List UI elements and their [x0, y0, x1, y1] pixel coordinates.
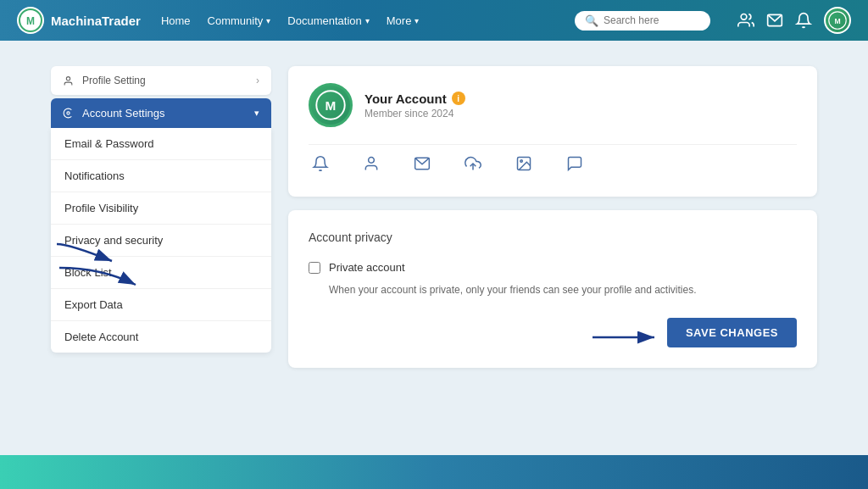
search-input[interactable]: [604, 14, 700, 26]
nav-community[interactable]: Community ▾: [208, 14, 271, 27]
content-area: M Your Account i Member since 2024: [288, 66, 817, 430]
nav-more[interactable]: More ▾: [387, 14, 420, 27]
nav-documentation[interactable]: Documentation ▾: [287, 14, 369, 27]
user-avatar-nav[interactable]: M: [824, 7, 851, 34]
account-name: Your Account i: [364, 92, 465, 106]
search-bar[interactable]: 🔍: [575, 11, 710, 31]
nav-home[interactable]: Home: [161, 14, 191, 27]
bell-icon[interactable]: [795, 12, 812, 29]
account-settings-label: Account Settings: [63, 107, 165, 119]
account-tab-email[interactable]: [410, 152, 434, 180]
private-account-checkbox[interactable]: [309, 262, 320, 274]
svg-text:M: M: [326, 98, 337, 113]
account-tab-notifications[interactable]: [309, 152, 332, 180]
brand-name: MachinaTrader: [51, 14, 141, 28]
private-account-description: When your account is private, only your …: [329, 282, 797, 297]
private-account-label[interactable]: Private account: [329, 261, 405, 274]
main-container: Profile Setting › Account Settings ▾ Ema…: [0, 41, 868, 455]
save-changes-button[interactable]: SAVE CHANGES: [667, 318, 797, 347]
arrow-save-indicator: [588, 322, 665, 353]
account-tab-chat[interactable]: [563, 152, 587, 180]
nav-links: Home Community ▾ Documentation ▾ More ▾: [161, 14, 554, 27]
documentation-chevron-icon: ▾: [365, 16, 370, 25]
brand-logo-area[interactable]: M MachinaTrader: [17, 7, 141, 34]
account-tab-profile[interactable]: [359, 152, 383, 180]
nav-icons: M: [737, 7, 851, 34]
search-icon: 🔍: [585, 14, 598, 27]
profile-setting-arrow-icon: ›: [256, 75, 259, 86]
navbar: M MachinaTrader Home Community ▾ Documen…: [0, 0, 868, 41]
account-tab-media[interactable]: [512, 152, 536, 180]
sidebar-item-profile-visibility[interactable]: Profile Visibility: [51, 192, 271, 225]
svg-point-6: [66, 76, 70, 80]
sidebar-item-email-password[interactable]: Email & Password: [51, 128, 271, 160]
private-account-row: Private account: [309, 261, 797, 274]
profile-setting-label: Profile Setting: [63, 75, 146, 86]
privacy-card: Account privacy Private account When you…: [288, 210, 817, 368]
sidebar: Profile Setting › Account Settings ▾ Ema…: [51, 66, 271, 430]
sidebar-profile-setting[interactable]: Profile Setting ›: [51, 66, 271, 95]
account-verified-badge: i: [452, 92, 465, 105]
brand-logo: M: [17, 7, 44, 34]
account-card: M Your Account i Member since 2024: [288, 66, 817, 197]
sidebar-item-delete-account[interactable]: Delete Account: [51, 321, 271, 353]
account-avatar: M: [309, 83, 353, 127]
svg-point-15: [520, 160, 523, 163]
more-chevron-icon: ▾: [415, 16, 419, 25]
community-chevron-icon: ▾: [266, 16, 270, 25]
bottom-bar: [0, 455, 868, 489]
svg-text:M: M: [834, 17, 840, 25]
svg-point-7: [67, 112, 70, 114]
svg-point-2: [741, 14, 747, 20]
sidebar-item-notifications[interactable]: Notifications: [51, 160, 271, 192]
svg-text:M: M: [26, 15, 35, 27]
account-tab-upload[interactable]: [461, 152, 485, 180]
account-info: Your Account i Member since 2024: [364, 92, 465, 119]
sidebar-account-settings[interactable]: Account Settings ▾: [51, 98, 271, 128]
privacy-title: Account privacy: [309, 231, 797, 244]
sidebar-menu: Email & Password Notifications Profile V…: [51, 128, 271, 353]
sidebar-item-block-list[interactable]: Block List: [51, 257, 271, 289]
account-settings-chevron-icon: ▾: [254, 108, 259, 119]
users-icon[interactable]: [737, 12, 754, 29]
sidebar-item-export-data[interactable]: Export Data: [51, 289, 271, 321]
sidebar-item-privacy-security[interactable]: Privacy and security: [51, 225, 271, 257]
mail-icon[interactable]: [766, 12, 783, 29]
account-tabs: [309, 144, 797, 180]
account-since: Member since 2024: [364, 108, 465, 119]
svg-point-11: [369, 158, 375, 164]
account-header: M Your Account i Member since 2024: [309, 83, 797, 127]
save-row: SAVE CHANGES: [309, 318, 797, 347]
